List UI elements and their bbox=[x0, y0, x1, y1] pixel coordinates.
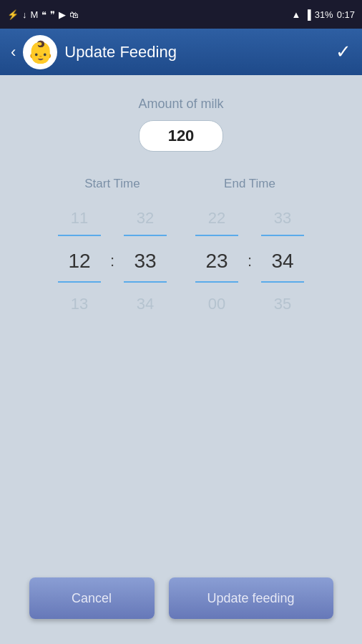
start-time-below-row: 13 34 bbox=[58, 288, 167, 320]
main-content: Amount of milk 120 Start Time 11 32 bbox=[0, 75, 362, 644]
end-time-below-row: 00 35 bbox=[195, 288, 304, 320]
status-bar-right: ▲ ▐ 31% 0:17 bbox=[292, 9, 355, 20]
start-time-label: Start Time bbox=[84, 177, 140, 191]
start-hour-above: 11 bbox=[58, 209, 101, 228]
chat2-icon: ❞ bbox=[50, 9, 55, 20]
start-underline bbox=[58, 234, 167, 237]
chat-icon: ❝ bbox=[41, 9, 47, 20]
start-time-picker[interactable]: 11 32 12 : bbox=[58, 202, 167, 320]
start-minute-below: 34 bbox=[124, 295, 167, 313]
end-minute-underline-2 bbox=[261, 281, 304, 283]
time-display: 0:17 bbox=[337, 9, 355, 20]
amount-value[interactable]: 120 bbox=[168, 127, 195, 145]
end-time-picker[interactable]: 22 33 23 : bbox=[195, 202, 304, 320]
end-minute-above: 33 bbox=[261, 209, 304, 228]
signal-icon: ▐ bbox=[304, 9, 310, 20]
end-underline bbox=[195, 234, 304, 237]
start-time-above-row: 11 32 bbox=[58, 202, 167, 234]
baby-icon: 👶 bbox=[27, 39, 54, 64]
wifi-icon: ▲ bbox=[292, 9, 301, 20]
end-hour-underline bbox=[195, 235, 238, 236]
avatar: 👶 bbox=[23, 35, 57, 69]
start-minute-above: 32 bbox=[124, 209, 167, 228]
end-underline-2 bbox=[195, 280, 304, 283]
page-title: Update Feeding bbox=[64, 43, 177, 62]
end-time-label: End Time bbox=[224, 177, 275, 191]
end-hour-below: 00 bbox=[195, 295, 238, 313]
end-time-selected-row: 23 : 34 bbox=[195, 241, 304, 280]
header-left: ‹ 👶 Update Feeding bbox=[11, 35, 177, 69]
start-colon-selected: : bbox=[107, 252, 118, 270]
confirm-button[interactable]: ✓ bbox=[336, 41, 351, 63]
end-hour-underline-2 bbox=[195, 281, 238, 283]
start-hour-below: 13 bbox=[58, 295, 101, 313]
time-section: Start Time 11 32 bbox=[14, 177, 348, 320]
start-minute-underline-2 bbox=[124, 281, 167, 283]
play-icon: ▶ bbox=[59, 9, 66, 20]
end-hour-above: 22 bbox=[195, 209, 238, 228]
start-time-column: Start Time 11 32 bbox=[58, 177, 167, 320]
end-minute-below: 35 bbox=[261, 295, 304, 313]
status-bar: ⚡ ↓ M ❝ ❞ ▶ 🛍 ▲ ▐ 31% 0:17 bbox=[0, 0, 362, 29]
end-hour-selected[interactable]: 23 bbox=[195, 250, 238, 273]
start-minute-underline bbox=[124, 235, 167, 236]
app-header: ‹ 👶 Update Feeding ✓ bbox=[0, 29, 362, 75]
battery-text: 31% bbox=[315, 9, 333, 20]
bag-icon: 🛍 bbox=[69, 9, 79, 20]
status-bar-left: ⚡ ↓ M ❝ ❞ ▶ 🛍 bbox=[7, 9, 79, 20]
gmail-icon: M bbox=[31, 9, 39, 20]
usb-icon: ⚡ bbox=[7, 9, 19, 20]
end-colon-selected: : bbox=[244, 252, 255, 270]
end-time-above-row: 22 33 bbox=[195, 202, 304, 234]
start-hour-selected[interactable]: 12 bbox=[58, 250, 101, 273]
start-time-selected-row: 12 : 33 bbox=[58, 241, 167, 280]
amount-label: Amount of milk bbox=[138, 97, 223, 112]
end-minute-underline bbox=[261, 235, 304, 236]
download-icon: ↓ bbox=[22, 9, 27, 20]
update-feeding-button[interactable]: Update feeding bbox=[169, 577, 333, 619]
start-hour-underline bbox=[58, 235, 101, 236]
end-time-column: End Time 22 33 bbox=[195, 177, 304, 320]
back-button[interactable]: ‹ bbox=[11, 43, 16, 62]
start-minute-selected[interactable]: 33 bbox=[124, 250, 167, 273]
amount-input-wrapper[interactable]: 120 bbox=[139, 120, 224, 152]
buttons-row: Cancel Update feeding bbox=[29, 577, 333, 630]
end-minute-selected[interactable]: 34 bbox=[261, 250, 304, 273]
start-underline-2 bbox=[58, 280, 167, 283]
start-hour-underline-2 bbox=[58, 281, 101, 283]
cancel-button[interactable]: Cancel bbox=[29, 577, 155, 619]
